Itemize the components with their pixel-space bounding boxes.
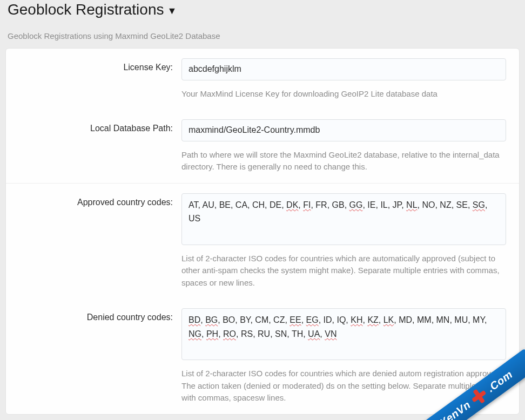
license-key-label: License Key: bbox=[6, 58, 181, 100]
plus-icon bbox=[468, 386, 489, 407]
denied-codes-label: Denied country codes: bbox=[6, 308, 181, 404]
row-license-key: License Key: Your MaxMind License Key fo… bbox=[6, 49, 519, 110]
settings-panel: License Key: Your MaxMind License Key fo… bbox=[5, 48, 520, 414]
approved-codes-help: List of 2-character ISO codes for countr… bbox=[181, 253, 506, 289]
row-approved-codes: Approved country codes: AT, AU, BE, CA, … bbox=[6, 183, 519, 299]
page-title-text: Geoblock Registrations bbox=[8, 0, 164, 19]
license-key-input[interactable] bbox=[181, 58, 506, 80]
license-key-help: Your MaxMind License Key for downloading… bbox=[181, 88, 506, 100]
row-denied-codes: Denied country codes: BD, BG, BO, BY, CM… bbox=[6, 299, 519, 414]
db-path-label: Local Database Path: bbox=[6, 119, 181, 173]
db-path-input[interactable] bbox=[181, 119, 506, 141]
caret-down-icon: ▼ bbox=[167, 6, 177, 16]
denied-codes-input[interactable]: BD, BG, BO, BY, CM, CZ, EE, EG, ID, IQ, … bbox=[181, 308, 506, 360]
page-subtitle: Geoblock Registrations using Maxmind Geo… bbox=[8, 31, 517, 40]
db-path-help: Path to where we will store the Maxmind … bbox=[181, 149, 506, 173]
approved-codes-input[interactable]: AT, AU, BE, CA, CH, DE, DK, FI, FR, GB, … bbox=[181, 193, 506, 245]
approved-codes-label: Approved country codes: bbox=[6, 193, 181, 289]
page-title[interactable]: Geoblock Registrations ▼ bbox=[8, 0, 517, 19]
row-db-path: Local Database Path: Path to where we wi… bbox=[6, 110, 519, 182]
